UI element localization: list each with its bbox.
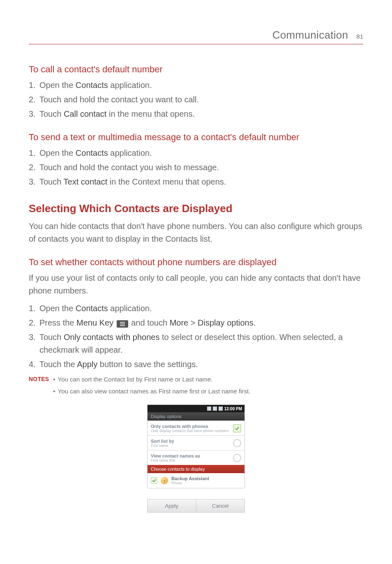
- paragraph: If you use your list of contacts only to…: [29, 272, 363, 297]
- notes-label: NOTES: [29, 375, 49, 398]
- screen-title: Display options: [148, 412, 244, 421]
- step-text: Touch: [39, 177, 64, 186]
- step-bold: Call contact: [64, 109, 107, 118]
- step: 3. Touch Text contact in the Context men…: [29, 176, 363, 188]
- step: 3. Touch Call contact in the menu that o…: [29, 108, 363, 120]
- step: 2. Touch and hold the contact you wish t…: [29, 161, 363, 174]
- step-bold: Contacts: [76, 304, 108, 313]
- step: 2. Touch and hold the contact you want t…: [29, 93, 363, 106]
- note-text: You can sort the Contact list by First n…: [58, 375, 213, 384]
- heading-call-default: To call a contact's default number: [29, 64, 363, 75]
- checkbox-checked-icon[interactable]: [233, 424, 241, 432]
- step: 1. Open the Contacts application.: [29, 302, 363, 315]
- step-text: >: [188, 318, 198, 327]
- battery-icon: [219, 407, 223, 411]
- step-bold: Only contacts with phones: [64, 333, 159, 342]
- option-subtitle: First name: [151, 444, 233, 448]
- step-text: Touch: [39, 109, 64, 118]
- step-text: Touch and hold the contact you want to c…: [39, 93, 363, 106]
- step-text: application.: [108, 304, 152, 313]
- step-text: Touch: [39, 333, 64, 342]
- bullet-icon: •: [53, 387, 55, 396]
- step-bold: Menu Key: [76, 318, 113, 327]
- steps-set-phone-only: 1. Open the Contacts application. 2. Pre…: [29, 302, 363, 371]
- page-number: 81: [356, 33, 363, 40]
- option-sort-list-by[interactable]: Sort list by First name: [148, 435, 244, 450]
- step: 1. Open the Contacts application.: [29, 147, 363, 159]
- expand-icon[interactable]: ›: [161, 477, 168, 484]
- bullet-icon: •: [53, 375, 55, 384]
- step-number: 1.: [29, 302, 39, 315]
- step: 1. Open the Contacts application.: [29, 79, 363, 92]
- step-text: in the menu that opens.: [106, 109, 195, 118]
- step-text: Open the: [39, 81, 76, 90]
- step-text: and touch: [131, 318, 169, 327]
- svg-rect-1: [120, 324, 125, 324]
- option-subtitle: Only display contacts that have phone nu…: [151, 429, 233, 433]
- step-text: Touch and hold the contact you wish to m…: [39, 161, 363, 174]
- step-number: 2.: [29, 161, 39, 174]
- step-text: Open the: [39, 304, 76, 313]
- status-bar: 12:00 PM: [148, 405, 244, 412]
- notes-block: NOTES •You can sort the Contact list by …: [29, 375, 363, 398]
- step-text: Touch the: [39, 360, 77, 369]
- step-bold: Contacts: [76, 148, 108, 157]
- step: 2. Press the Menu Key and touch More > D…: [29, 317, 363, 329]
- step-number: 2.: [29, 317, 39, 329]
- step-text: application.: [108, 81, 152, 90]
- step-number: 3.: [29, 108, 39, 120]
- signal-icon: [207, 407, 211, 411]
- radio-icon[interactable]: [233, 439, 241, 447]
- page-header: Communication 81: [29, 29, 363, 44]
- step: 4. Touch the Apply button to save the se…: [29, 358, 363, 371]
- option-title: Sort list by: [151, 439, 174, 444]
- section-header-choose-contacts: Choose contacts to display: [148, 465, 244, 473]
- header-section: Communication: [272, 29, 348, 42]
- step-bold: Display options: [198, 318, 254, 327]
- step-bold: Contacts: [76, 81, 108, 90]
- option-view-names-as[interactable]: View contact names as First name first: [148, 450, 244, 465]
- svg-rect-0: [120, 322, 125, 323]
- signal-icon: [213, 407, 217, 411]
- step-bold: Apply: [77, 360, 97, 369]
- step-bold: Text contact: [64, 177, 108, 186]
- screenshot-bottom-buttons: Apply Cancel: [148, 499, 244, 512]
- step-text: in the Context menu that opens.: [107, 177, 226, 186]
- note-item: •You can sort the Contact list by First …: [53, 375, 250, 384]
- checkbox-checked-icon[interactable]: [151, 477, 157, 484]
- step-number: 1.: [29, 147, 39, 159]
- option-title: View contact names as: [151, 453, 200, 458]
- step-number: 2.: [29, 93, 39, 106]
- step-text: Press the: [39, 318, 76, 327]
- step-bold: More: [170, 318, 189, 327]
- step-number: 3.: [29, 176, 39, 188]
- apply-button[interactable]: Apply: [148, 499, 196, 512]
- status-time: 12:00 PM: [224, 407, 242, 411]
- steps-call-default: 1. Open the Contacts application. 2. Tou…: [29, 79, 363, 120]
- step: 3. Touch Only contacts with phones to se…: [29, 331, 363, 356]
- option-subtitle: First name first: [151, 458, 233, 462]
- option-title: Only contacts with phones: [151, 424, 208, 429]
- radio-icon[interactable]: [233, 454, 241, 462]
- cancel-button[interactable]: Cancel: [196, 499, 245, 512]
- step-text: Open the: [39, 148, 76, 157]
- paragraph: You can hide contacts that don't have ph…: [29, 220, 363, 245]
- svg-rect-2: [120, 325, 125, 326]
- heading-send-message: To send a text or multimedia message to …: [29, 132, 363, 143]
- step-text: .: [254, 318, 256, 327]
- note-item: •You can also view contact names as Firs…: [53, 387, 250, 396]
- step-number: 1.: [29, 79, 39, 92]
- step-number: 3.: [29, 331, 39, 344]
- step-text: button to save the settings.: [97, 360, 198, 369]
- menu-key-icon: [117, 320, 128, 328]
- account-row-backup-assistant[interactable]: › Backup Assistant Phone: [148, 473, 244, 488]
- option-only-contacts-with-phones[interactable]: Only contacts with phones Only display c…: [148, 421, 244, 435]
- phone-screenshot: 12:00 PM Display options Only contacts w…: [148, 405, 244, 488]
- note-text: You can also view contact names as First…: [58, 387, 251, 396]
- heading-set-phone-only: To set whether contacts without phone nu…: [29, 257, 363, 268]
- step-text: application.: [108, 148, 152, 157]
- heading-selecting-contacts: Selecting Which Contacts are Displayed: [29, 202, 363, 215]
- steps-send-message: 1. Open the Contacts application. 2. Tou…: [29, 147, 363, 188]
- account-subtitle: Phone: [171, 481, 209, 485]
- step-number: 4.: [29, 358, 39, 371]
